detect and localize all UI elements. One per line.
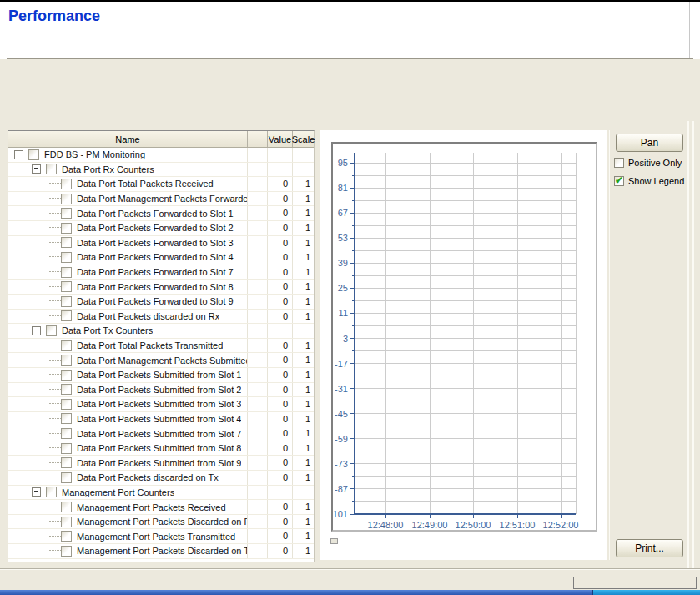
tree-row[interactable]: Data Port Packets Forwarded to Slot 801	[8, 280, 314, 295]
collapse-icon[interactable]	[32, 326, 41, 335]
print-button[interactable]: Print...	[616, 539, 683, 557]
tree-row[interactable]: Management Port Counters	[8, 486, 314, 501]
row-checkbox[interactable]	[61, 546, 72, 557]
tree-row[interactable]: Data Port Packets Forwarded to Slot 901	[8, 295, 314, 310]
tree-row-name-cell: Management Port Packets Discarded on Rx	[8, 515, 247, 529]
row-checkbox[interactable]	[61, 355, 72, 366]
tree-row[interactable]: Data Port Management Packets Forwarded01	[8, 192, 314, 207]
row-label: Data Port Packets Forwarded to Slot 8	[77, 282, 234, 292]
row-checkbox[interactable]	[61, 237, 72, 248]
taskbar-right[interactable]	[592, 590, 700, 595]
tree-row-name-cell: Data Port Packets Forwarded to Slot 3	[8, 236, 247, 250]
tree-row[interactable]: Management Port Packets Received01	[8, 500, 314, 515]
tree-row[interactable]: Data Port Tx Counters	[8, 324, 314, 339]
positive-only-checkbox-row[interactable]: Positive Only	[614, 158, 682, 168]
row-checkbox[interactable]	[61, 208, 72, 219]
row-checkbox[interactable]	[61, 457, 72, 468]
collapse-icon[interactable]	[32, 164, 41, 174]
row-checkbox[interactable]	[61, 384, 72, 395]
row-checkbox[interactable]	[61, 194, 72, 204]
row-checkbox[interactable]	[61, 531, 72, 542]
svg-text:-59: -59	[335, 434, 348, 444]
tree-row[interactable]: FDD BS - PM Monitoring	[8, 148, 314, 163]
row-checkbox[interactable]	[61, 267, 72, 278]
row-checkbox[interactable]	[61, 296, 72, 307]
scale-cell: 1	[292, 529, 314, 543]
collapse-icon[interactable]	[32, 487, 41, 497]
column-header-scale[interactable]: Scale	[292, 131, 314, 147]
row-label: Data Port Rx Counters	[62, 164, 154, 174]
row-checkbox[interactable]	[61, 443, 72, 454]
tree-row-name-cell: Data Port Packets Forwarded to Slot 1	[8, 206, 247, 220]
scale-cell: 1	[292, 280, 314, 294]
spacer-cell	[247, 500, 267, 514]
tree-row[interactable]: Data Port Packets Forwarded to Slot 401	[8, 250, 314, 265]
tree-row[interactable]: Data Port Total Packets Received01	[8, 177, 314, 192]
show-legend-checkbox-row[interactable]: ✔ Show Legend	[614, 176, 684, 186]
svg-text:-17: -17	[335, 359, 348, 369]
tree-row[interactable]: Data Port Packets Forwarded to Slot 301	[8, 236, 314, 251]
taskbar-left[interactable]	[0, 590, 592, 595]
row-checkbox[interactable]	[61, 502, 72, 512]
svg-text:12:51:00: 12:51:00	[500, 520, 536, 530]
row-label: Data Port Packets Forwarded to Slot 9	[77, 296, 234, 306]
tree-connector	[49, 213, 61, 214]
row-label: Data Port Packets Forwarded to Slot 1	[77, 209, 234, 219]
value-cell: 0	[267, 177, 292, 191]
header-band: Performance	[0, 2, 700, 58]
value-cell: 0	[267, 236, 292, 250]
row-label: Data Port Packets Submitted from Slot 9	[77, 458, 241, 468]
tree-row[interactable]: Data Port Packets Forwarded to Slot 201	[8, 221, 314, 236]
row-checkbox[interactable]	[61, 399, 72, 410]
tree-row[interactable]: Data Port Rx Counters	[8, 163, 314, 178]
status-box	[573, 577, 697, 589]
value-cell: 0	[267, 310, 292, 324]
row-checkbox[interactable]	[61, 223, 72, 234]
chart-plot-area[interactable]: 95816753392511-3-17-31-45-59-73-87-10112…	[331, 142, 597, 532]
row-checkbox[interactable]	[61, 340, 72, 351]
tree-connector	[49, 198, 61, 199]
tree-row[interactable]: Data Port Packets discarded on Rx01	[8, 310, 314, 325]
tree-row[interactable]: Data Port Packets Submitted from Slot 20…	[8, 383, 314, 398]
row-checkbox[interactable]	[46, 164, 57, 174]
row-checkbox[interactable]	[61, 252, 72, 263]
tree-row[interactable]: Data Port Packets Forwarded to Slot 101	[8, 206, 314, 221]
row-label: Management Port Packets Discarded on Rx	[77, 517, 247, 527]
scale-cell: 1	[292, 456, 314, 470]
tree-row[interactable]: Data Port Total Packets Transmitted01	[8, 339, 314, 354]
tree-row[interactable]: Data Port Management Packets Submitted01	[8, 353, 314, 368]
row-checkbox[interactable]	[28, 149, 39, 160]
row-checkbox[interactable]	[61, 413, 72, 424]
tree-row[interactable]: Management Port Packets Transmitted01	[8, 529, 314, 544]
tree-row[interactable]: Management Port Packets Discarded on Rx0…	[8, 515, 314, 530]
tree-row[interactable]: Data Port Packets Submitted from Slot 30…	[8, 397, 314, 412]
tree-row[interactable]: Data Port Packets Submitted from Slot 80…	[8, 441, 314, 456]
row-checkbox[interactable]	[61, 179, 72, 189]
row-checkbox[interactable]	[61, 517, 72, 527]
tree-row[interactable]: Data Port Packets Forwarded to Slot 701	[8, 265, 314, 280]
tree-row[interactable]: Data Port Packets Submitted from Slot 90…	[8, 456, 314, 471]
row-checkbox[interactable]	[46, 325, 57, 336]
collapse-icon[interactable]	[14, 150, 23, 159]
tree-row[interactable]: Data Port Packets Submitted from Slot 40…	[8, 412, 314, 427]
column-header-value[interactable]: Value	[267, 131, 292, 147]
tree-row[interactable]: Management Port Packets Discarded on Tx0…	[8, 544, 314, 559]
row-checkbox[interactable]	[46, 487, 57, 497]
positive-only-checkbox[interactable]	[614, 158, 624, 168]
show-legend-checkbox[interactable]: ✔	[614, 176, 624, 186]
spacer-cell	[247, 471, 267, 485]
row-checkbox[interactable]	[61, 370, 72, 381]
right-groove-outer	[687, 121, 689, 595]
tree-row[interactable]: Data Port Packets Submitted from Slot 10…	[8, 368, 314, 383]
value-cell: 0	[267, 397, 292, 411]
scale-cell: 1	[292, 206, 314, 220]
column-header-name[interactable]: Name	[8, 131, 247, 147]
tree-row-name-cell: Management Port Packets Received	[8, 500, 247, 514]
row-checkbox[interactable]	[61, 281, 72, 292]
tree-row[interactable]: Data Port Packets discarded on Tx01	[8, 471, 314, 486]
row-checkbox[interactable]	[61, 472, 72, 483]
row-checkbox[interactable]	[61, 428, 72, 439]
tree-row[interactable]: Data Port Packets Submitted from Slot 70…	[8, 426, 314, 441]
pan-button[interactable]: Pan	[616, 134, 683, 152]
row-checkbox[interactable]	[61, 310, 72, 321]
